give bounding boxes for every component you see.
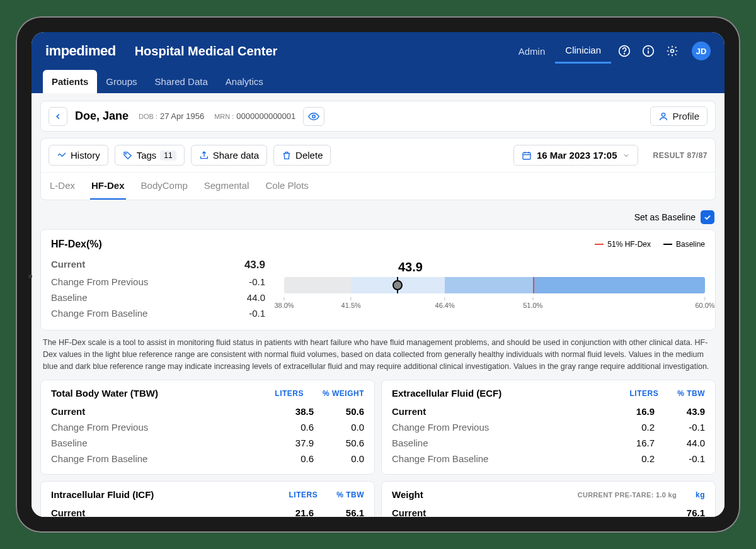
result-count: RESULT 87/87 bbox=[653, 151, 707, 160]
tick-4: 60.0% bbox=[695, 297, 714, 309]
data-grid: Total Body Water (TBW)LITERS% WEIGHT Cur… bbox=[40, 380, 716, 517]
tbw-card: Total Body Water (TBW)LITERS% WEIGHT Cur… bbox=[40, 380, 375, 475]
profile-button[interactable]: Profile bbox=[650, 106, 707, 126]
delete-button[interactable]: Delete bbox=[273, 145, 331, 166]
hospital-name: Hospital Medical Center bbox=[135, 44, 278, 59]
date-selector[interactable]: 16 Mar 2023 17:05 bbox=[513, 145, 638, 166]
hfdex-description: The HF-Dex scale is a tool to assist in … bbox=[40, 337, 716, 372]
legend-black-line bbox=[663, 244, 672, 245]
legend-red-line bbox=[595, 244, 604, 245]
patient-bar: Doe, Jane DOB :27 Apr 1956 MRN :00000000… bbox=[40, 101, 716, 132]
svg-point-6 bbox=[312, 115, 316, 118]
subtab-ldex[interactable]: L-Dex bbox=[49, 173, 76, 200]
svg-point-1 bbox=[624, 54, 625, 54]
current-marker bbox=[397, 277, 398, 293]
history-button[interactable]: History bbox=[49, 145, 108, 166]
hfdex-title: HF-Dex(%) bbox=[51, 239, 102, 250]
nav-analytics[interactable]: Analytics bbox=[217, 70, 272, 93]
chart-value: 43.9 bbox=[116, 260, 705, 274]
profile-label: Profile bbox=[672, 111, 699, 122]
avatar[interactable]: JD bbox=[692, 42, 711, 60]
icf-card: Intracellular Fluid (ICF)LITERS% TBW Cur… bbox=[40, 481, 375, 517]
patient-mrn: MRN :0000000000001 bbox=[214, 111, 295, 121]
baseline-label: Set as Baseline bbox=[634, 212, 696, 222]
tabs-card: History Tags11 Share data Delete 16 Mar … bbox=[40, 138, 716, 200]
subtab-hfdex[interactable]: HF-Dex bbox=[90, 173, 126, 200]
tick-0: 38.0% bbox=[274, 297, 294, 309]
hfdex-chart: 43.9 38.0% 41.5% 46.4% bbox=[284, 256, 705, 321]
hfdex-legend: 51% HF-Dex Baseline bbox=[595, 240, 705, 249]
zone-mediumblue bbox=[445, 277, 533, 293]
role-admin-tab[interactable]: Admin bbox=[508, 40, 556, 63]
svg-point-5 bbox=[671, 50, 674, 53]
info-icon[interactable] bbox=[638, 40, 659, 62]
tick-1: 41.5% bbox=[341, 297, 361, 309]
svg-point-8 bbox=[125, 153, 126, 154]
patient-dob: DOB :27 Apr 1956 bbox=[139, 111, 204, 121]
baseline-checkbox[interactable] bbox=[701, 210, 714, 224]
main-nav: Patients Groups Shared Data Analytics bbox=[32, 70, 724, 93]
svg-point-4 bbox=[648, 48, 649, 49]
zone-gray bbox=[284, 277, 351, 293]
role-clinician-tab[interactable]: Clinician bbox=[555, 38, 611, 64]
zone-blue bbox=[533, 277, 705, 293]
subtab-coleplots[interactable]: Cole Plots bbox=[264, 173, 309, 200]
patient-name: Doe, Jane bbox=[75, 110, 129, 123]
nav-shared-data[interactable]: Shared Data bbox=[146, 70, 217, 93]
ref-51-marker bbox=[533, 277, 534, 293]
nav-patients[interactable]: Patients bbox=[43, 70, 97, 93]
baseline-toggle-row: Set as Baseline bbox=[40, 207, 716, 229]
ecf-card: Extracellular Fluid (ECF)LITERS% TBW Cur… bbox=[381, 380, 716, 475]
chart-bar bbox=[284, 277, 705, 293]
visibility-button[interactable] bbox=[303, 107, 324, 126]
nav-groups[interactable]: Groups bbox=[97, 70, 146, 93]
share-button[interactable]: Share data bbox=[191, 145, 267, 166]
subtab-bodycomp[interactable]: BodyComp bbox=[140, 173, 189, 200]
tick-2: 46.4% bbox=[435, 297, 455, 309]
subtab-segmental[interactable]: Segmental bbox=[203, 173, 251, 200]
app-header: impedimed Hospital Medical Center Admin … bbox=[32, 32, 724, 93]
help-icon[interactable] bbox=[614, 40, 635, 62]
screen: impedimed Hospital Medical Center Admin … bbox=[32, 32, 724, 517]
weight-card: WeightCURRENT PRE-TARE: 1.0 kgkg Current… bbox=[381, 481, 716, 517]
chevron-down-icon bbox=[622, 152, 630, 159]
back-button[interactable] bbox=[49, 107, 67, 126]
tags-count: 11 bbox=[160, 150, 176, 161]
logo: impedimed bbox=[45, 43, 116, 59]
tags-button[interactable]: Tags11 bbox=[115, 145, 185, 166]
svg-point-7 bbox=[662, 113, 665, 116]
tick-3: 51.0% bbox=[523, 297, 542, 309]
camera-dot bbox=[28, 274, 32, 278]
tablet-frame: impedimed Hospital Medical Center Admin … bbox=[16, 16, 740, 533]
subtab-row: L-Dex HF-Dex BodyComp Segmental Cole Plo… bbox=[41, 173, 715, 200]
content-area: Doe, Jane DOB :27 Apr 1956 MRN :00000000… bbox=[32, 93, 724, 517]
svg-rect-9 bbox=[523, 152, 530, 159]
gear-icon[interactable] bbox=[662, 40, 683, 62]
hfdex-card: HF-Dex(%) 51% HF-Dex Baseline Current43.… bbox=[40, 229, 716, 331]
